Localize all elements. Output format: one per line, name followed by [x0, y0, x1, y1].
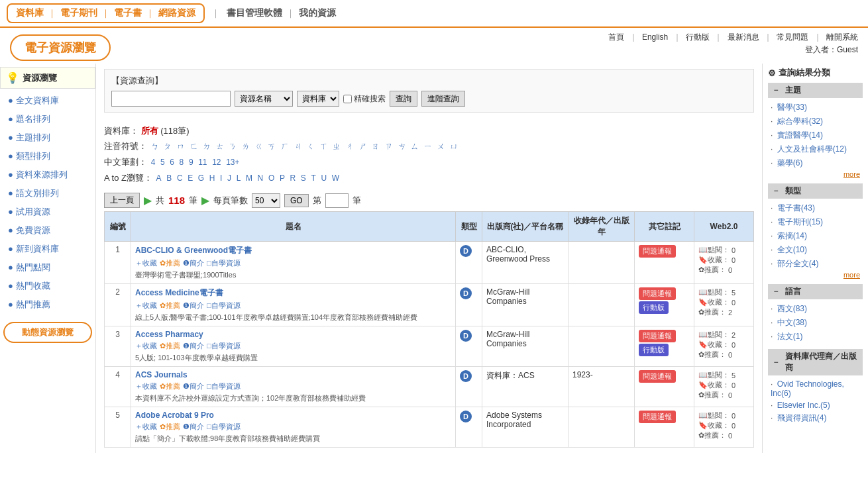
- letter-L[interactable]: L: [237, 173, 241, 183]
- filter-link-subject-4[interactable]: 人文及社會科學(12): [777, 144, 847, 154]
- sidebar-item-trial[interactable]: ●試用資源: [0, 203, 95, 221]
- resource-link-2[interactable]: Access Medicine電子書: [135, 288, 223, 297]
- letter-C[interactable]: C: [177, 173, 183, 183]
- letter-A[interactable]: A: [156, 173, 162, 183]
- trial-link[interactable]: 試用資源: [16, 207, 50, 217]
- link-home[interactable]: 首頁: [608, 32, 624, 42]
- search-input[interactable]: [111, 91, 231, 107]
- bopo-9[interactable]: ㄍ: [255, 142, 263, 151]
- letter-W[interactable]: W: [332, 173, 339, 183]
- bopo-11[interactable]: ㄏ: [281, 142, 289, 151]
- type-sort-link[interactable]: 類型排列: [16, 151, 50, 161]
- filter-link-type-3[interactable]: 索摘(14): [777, 231, 807, 240]
- intro-btn-4[interactable]: ❶簡介: [183, 381, 204, 391]
- resource-link-3[interactable]: Access Pharmacy: [135, 330, 203, 339]
- self-study-btn-5[interactable]: □自學資源: [207, 422, 241, 432]
- resource-link-1[interactable]: ABC-CLIO & Greenwood電子書: [135, 246, 252, 255]
- nav-ebook[interactable]: 電子書: [114, 7, 142, 19]
- filter-link-type-2[interactable]: 電子期刊(15): [777, 217, 823, 226]
- language-sort-link[interactable]: 語文別排列: [16, 188, 59, 198]
- filter-link-subject-3[interactable]: 實證醫學(14): [777, 130, 823, 140]
- sidebar-item-popular-recommend[interactable]: ●熱門推薦: [0, 295, 95, 314]
- sidebar-item-type-sort[interactable]: ●類型排列: [0, 147, 95, 166]
- bopo-10[interactable]: ㄎ: [268, 142, 276, 151]
- nav-ejournal[interactable]: 電子期刊: [60, 7, 97, 19]
- letter-S[interactable]: S: [301, 173, 306, 183]
- intro-btn-2[interactable]: ❶簡介: [183, 301, 204, 311]
- search-type-select[interactable]: 資源名稱 題名 出版商 ISSN/ISBN: [235, 91, 293, 107]
- letter-B[interactable]: B: [166, 173, 172, 183]
- minus-subject[interactable]: －: [772, 85, 780, 96]
- type-more[interactable]: more: [768, 271, 863, 279]
- stroke-4[interactable]: 4: [151, 158, 156, 167]
- recommend-btn-5[interactable]: ✿推薦: [160, 422, 180, 432]
- collect-btn-5[interactable]: ＋收藏: [135, 422, 157, 432]
- page-jump-input[interactable]: [325, 193, 349, 208]
- filter-link-lang-2[interactable]: 中文(38): [777, 318, 807, 327]
- filter-link-subject-1[interactable]: 醫學(33): [777, 103, 807, 112]
- search-scope-select[interactable]: 資料庫 期刊 電子書: [297, 91, 339, 107]
- bopo-24[interactable]: ㄩ: [450, 142, 458, 151]
- nav-database[interactable]: 資料庫: [16, 7, 44, 19]
- bopo-23[interactable]: ㄨ: [437, 142, 445, 151]
- recommend-btn-2[interactable]: ✿推薦: [160, 301, 180, 311]
- sidebar-item-free[interactable]: ●免費資源: [0, 221, 95, 240]
- bopo-22[interactable]: ㄧ: [424, 142, 432, 151]
- bopo-8[interactable]: ㄌ: [242, 142, 250, 151]
- sidebar-item-new[interactable]: ●新到資料庫: [0, 240, 95, 258]
- stroke-6[interactable]: 6: [170, 158, 174, 167]
- bopo-3[interactable]: ㄇ: [177, 142, 185, 151]
- resource-link-4[interactable]: ACS Journals: [135, 370, 188, 379]
- sidebar-item-subject-sort[interactable]: ●主題排列: [0, 128, 95, 147]
- go-button[interactable]: GO: [284, 194, 309, 207]
- badge-mobile-2[interactable]: 行動版: [639, 301, 669, 314]
- self-study-btn-4[interactable]: □自學資源: [207, 381, 241, 391]
- filter-link-subject-5[interactable]: 藥學(6): [777, 158, 803, 168]
- badge-issue-2[interactable]: 問題通報: [639, 287, 676, 300]
- filter-link-pub-3[interactable]: 飛資得資訊(4): [777, 413, 827, 422]
- sidebar-item-fulltext[interactable]: ●全文資料庫: [0, 91, 95, 110]
- prev-page-button[interactable]: 上一頁: [104, 193, 140, 208]
- recommend-btn-3[interactable]: ✿推薦: [160, 341, 180, 351]
- collect-btn-2[interactable]: ＋收藏: [135, 301, 157, 311]
- filter-link-type-5[interactable]: 部分全文(4): [777, 259, 819, 268]
- bopo-7[interactable]: ㄋ: [229, 142, 237, 151]
- sidebar-item-language-sort[interactable]: ●語文別排列: [0, 184, 95, 203]
- subject-more[interactable]: more: [768, 170, 863, 178]
- bopo-5[interactable]: ㄉ: [203, 142, 211, 151]
- per-page-select[interactable]: 10 20 50 100: [252, 193, 280, 208]
- link-faq[interactable]: 常見問題: [777, 32, 808, 42]
- bopo-2[interactable]: ㄆ: [164, 142, 172, 151]
- badge-issue-5[interactable]: 問題通報: [639, 411, 676, 423]
- letter-N[interactable]: N: [258, 173, 264, 183]
- letter-E[interactable]: E: [188, 173, 193, 183]
- sidebar-item-popular-view[interactable]: ●熱門點閱: [0, 258, 95, 277]
- advanced-search-button[interactable]: 進階查詢: [421, 91, 465, 107]
- minus-language[interactable]: －: [772, 286, 780, 297]
- intro-btn-3[interactable]: ❶簡介: [183, 341, 204, 351]
- new-link[interactable]: 新到資料庫: [16, 244, 59, 254]
- link-logout[interactable]: 離開系統: [826, 32, 858, 42]
- popular-recommend-link[interactable]: 熱門推薦: [16, 299, 50, 309]
- nav-web-resources[interactable]: 網路資源: [158, 7, 195, 19]
- letter-R[interactable]: R: [290, 173, 296, 183]
- letter-I[interactable]: I: [220, 173, 222, 183]
- search-button[interactable]: 查詢: [390, 91, 417, 107]
- free-link[interactable]: 免費資源: [16, 225, 50, 235]
- bopo-16[interactable]: ㄔ: [346, 142, 354, 151]
- intro-btn-5[interactable]: ❶簡介: [183, 422, 204, 432]
- letter-M[interactable]: M: [246, 173, 252, 183]
- bopo-19[interactable]: ㄗ: [385, 142, 393, 151]
- sidebar-item-popular-collect[interactable]: ●熱門收藏: [0, 277, 95, 295]
- stroke-8[interactable]: 8: [180, 158, 184, 167]
- stroke-9[interactable]: 9: [189, 158, 193, 167]
- self-study-btn-2[interactable]: □自學資源: [207, 301, 241, 311]
- filter-link-subject-2[interactable]: 綜合學科(32): [777, 117, 823, 126]
- link-mobile[interactable]: 行動版: [686, 32, 710, 42]
- bopo-1[interactable]: ㄅ: [151, 142, 159, 151]
- stroke-13plus[interactable]: 13+: [226, 158, 239, 167]
- filter-link-lang-3[interactable]: 法文(1): [777, 332, 803, 341]
- bopo-21[interactable]: ㄙ: [411, 142, 419, 151]
- sidebar-item-source-sort[interactable]: ●資料來源排列: [0, 166, 95, 184]
- filter-link-pub-2[interactable]: Elsevier Inc.(5): [777, 401, 830, 410]
